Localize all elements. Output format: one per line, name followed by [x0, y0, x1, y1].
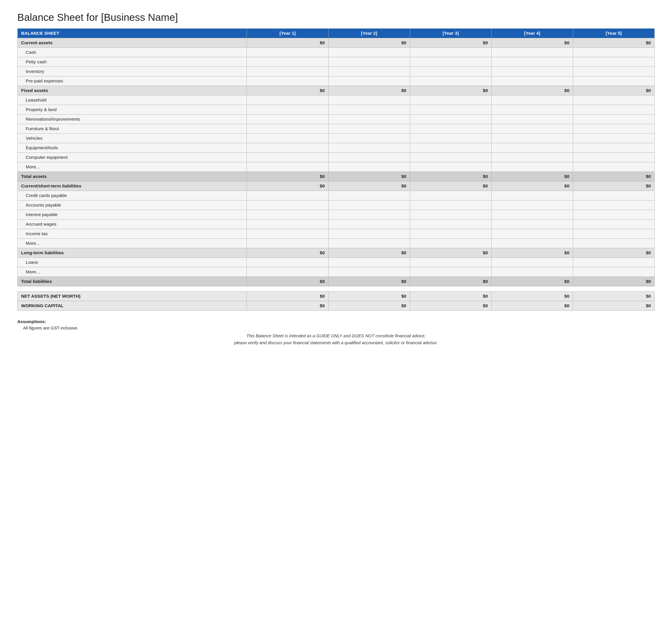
row-value — [247, 239, 328, 248]
row-value: $0 — [491, 301, 573, 311]
row-value — [491, 95, 573, 105]
row-value — [491, 48, 573, 57]
row-value — [328, 48, 410, 57]
row-label: Inventory — [18, 67, 247, 76]
row-value — [410, 105, 491, 115]
row-value — [573, 134, 654, 143]
row-value: $0 — [573, 291, 654, 301]
row-value — [328, 57, 410, 67]
row-label: Petty cash — [18, 57, 247, 67]
row-value: $0 — [573, 181, 654, 191]
table-row: Property & land — [18, 105, 655, 115]
row-value: $0 — [247, 248, 328, 258]
row-label: Current assets — [18, 38, 247, 48]
row-value — [573, 267, 654, 277]
row-value — [328, 239, 410, 248]
row-value — [410, 191, 491, 200]
table-row: Pre-paid expenses — [18, 76, 655, 86]
row-value — [573, 220, 654, 229]
header-col5: [Year 4] — [491, 29, 573, 38]
row-value — [247, 162, 328, 172]
table-row: Cash — [18, 48, 655, 57]
row-value: $0 — [410, 301, 491, 311]
row-value: $0 — [328, 301, 410, 311]
row-label: NET ASSETS (NET WORTH) — [18, 291, 247, 301]
row-value — [573, 229, 654, 239]
row-value: $0 — [328, 172, 410, 181]
row-value — [491, 57, 573, 67]
row-value — [247, 95, 328, 105]
row-value — [491, 220, 573, 229]
row-value: $0 — [247, 301, 328, 311]
row-value: $0 — [573, 86, 654, 95]
table-row: Inventory — [18, 67, 655, 76]
row-label: More… — [18, 239, 247, 248]
row-value: $0 — [247, 172, 328, 181]
row-value — [328, 115, 410, 124]
row-value — [573, 258, 654, 267]
page-title: Balance Sheet for [Business Name] — [17, 12, 655, 23]
row-value — [410, 48, 491, 57]
row-value — [328, 124, 410, 134]
table-row: Total assets$0$0$0$0$0 — [18, 172, 655, 181]
row-value — [573, 57, 654, 67]
row-value — [247, 134, 328, 143]
row-value: $0 — [573, 301, 654, 311]
row-value — [328, 95, 410, 105]
row-value — [410, 115, 491, 124]
table-row: Current assets$0$0$0$0$0 — [18, 38, 655, 48]
row-value: $0 — [410, 181, 491, 191]
row-value — [573, 105, 654, 115]
row-value — [247, 48, 328, 57]
row-label: Equipment/tools — [18, 143, 247, 153]
row-value: $0 — [410, 248, 491, 258]
table-row: More… — [18, 267, 655, 277]
row-value — [491, 124, 573, 134]
row-label: Vehicles — [18, 134, 247, 143]
row-value: $0 — [491, 248, 573, 258]
row-value — [491, 162, 573, 172]
row-value: $0 — [328, 291, 410, 301]
table-row: Petty cash — [18, 57, 655, 67]
row-value — [573, 153, 654, 162]
table-row: NET ASSETS (NET WORTH)$0$0$0$0$0 — [18, 291, 655, 301]
row-value: $0 — [491, 291, 573, 301]
row-value — [491, 134, 573, 143]
row-value: $0 — [410, 277, 491, 286]
row-value — [410, 153, 491, 162]
row-value — [247, 191, 328, 200]
row-value — [247, 220, 328, 229]
row-value — [410, 220, 491, 229]
header-col1: BALANCE SHEET — [18, 29, 247, 38]
row-value — [328, 200, 410, 210]
row-value — [573, 48, 654, 57]
row-value: $0 — [573, 172, 654, 181]
assumptions-section: Assumptions: All figures are GST inclusi… — [17, 319, 655, 347]
row-value — [328, 143, 410, 153]
row-value — [573, 124, 654, 134]
row-label: WORKING CAPITAL — [18, 301, 247, 311]
row-value — [328, 220, 410, 229]
row-value — [410, 57, 491, 67]
row-label: More… — [18, 267, 247, 277]
table-row: Long-term liabilities$0$0$0$0$0 — [18, 248, 655, 258]
row-value — [410, 200, 491, 210]
row-value: $0 — [247, 181, 328, 191]
row-value — [491, 229, 573, 239]
row-value — [247, 76, 328, 86]
row-label: Accounts payable — [18, 200, 247, 210]
assumptions-title: Assumptions: — [17, 319, 655, 324]
row-value — [328, 267, 410, 277]
row-value — [410, 162, 491, 172]
row-label: Long-term liabilities — [18, 248, 247, 258]
row-label: Furniture & fitout — [18, 124, 247, 134]
row-label: Computer equipment — [18, 153, 247, 162]
table-row: Vehicles — [18, 134, 655, 143]
row-label: Credit cards payable — [18, 191, 247, 200]
table-row: Leasehold — [18, 95, 655, 105]
table-row: Computer equipment — [18, 153, 655, 162]
row-value — [491, 143, 573, 153]
row-value: $0 — [573, 277, 654, 286]
row-value — [328, 162, 410, 172]
row-value — [491, 267, 573, 277]
